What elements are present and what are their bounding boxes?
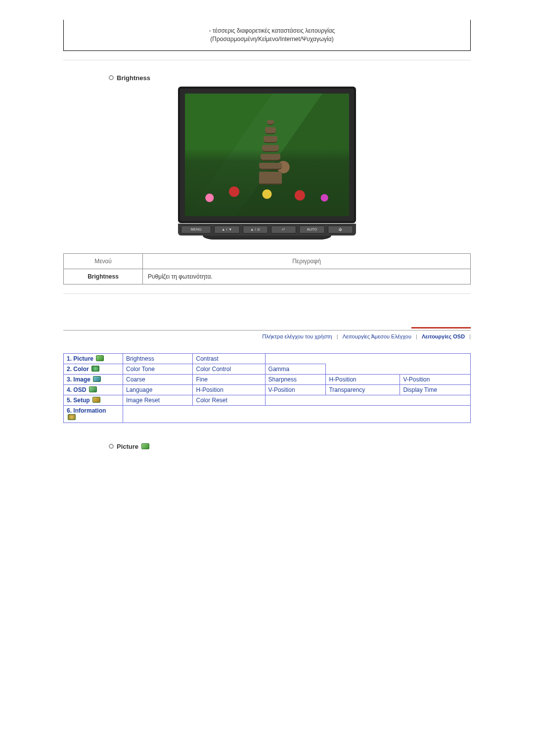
- table-row: 3. Image Coarse Fine Sharpness H-Positio…: [64, 374, 471, 384]
- row-picture[interactable]: 1. Picture: [64, 353, 123, 364]
- link-color-reset[interactable]: Color Reset: [193, 395, 265, 405]
- monitor-btn-updown[interactable]: ▲ / ▼: [214, 226, 239, 234]
- active-tab-underline: [411, 327, 471, 329]
- link-coarse[interactable]: Coarse: [123, 374, 193, 384]
- row-information-label[interactable]: 6. Information: [67, 407, 106, 414]
- row-setup[interactable]: 5. Setup: [64, 395, 123, 405]
- row-image-label[interactable]: 3. Image: [67, 376, 90, 383]
- monitor-btn-auto[interactable]: AUTO: [299, 226, 324, 234]
- monitor-btn-up-enter[interactable]: ▲ / ⊙: [243, 226, 268, 234]
- picture-title: Picture: [117, 443, 138, 450]
- monitor-preview: MENU ▲ / ▼ ▲ / ⊙ ⏎ AUTO ⏻: [63, 87, 471, 239]
- link-contrast[interactable]: Contrast: [193, 353, 265, 364]
- osd-icon: [89, 386, 97, 392]
- link-sharpness[interactable]: Sharpness: [265, 374, 326, 384]
- bullet-icon: [109, 75, 114, 80]
- tab-direct-functions[interactable]: Λειτουργίες Άμεσου Ελέγχου: [340, 333, 414, 339]
- row-picture-label[interactable]: 1. Picture: [67, 355, 93, 362]
- picture-icon: [96, 355, 104, 361]
- link-brightness[interactable]: Brightness: [123, 353, 193, 364]
- top-line-1: - τέσσερις διαφορετικές καταστάσεις λειτ…: [209, 27, 335, 34]
- tab-separator: |: [416, 333, 417, 339]
- pagoda-icon: [259, 120, 282, 187]
- bullet-icon: [109, 444, 114, 449]
- table-row: 5. Setup Image Reset Color Reset: [64, 395, 471, 405]
- top-line-2: (Προσαρμοσμένη/Κείμενο/Internet/Ψυχαγωγί…: [210, 36, 333, 43]
- link-image-reset[interactable]: Image Reset: [123, 395, 193, 405]
- monitor-btn-power[interactable]: ⏻: [328, 226, 353, 234]
- row-osd[interactable]: 4. OSD: [64, 384, 123, 395]
- monitor-button-row: MENU ▲ / ▼ ▲ / ⊙ ⏎ AUTO ⏻: [178, 224, 356, 236]
- row-osd-label[interactable]: 4. OSD: [67, 386, 86, 393]
- tab-user-controls[interactable]: Πλήκτρα ελέγχου του χρήστη: [259, 333, 335, 339]
- monitor-btn-menu[interactable]: MENU: [181, 226, 211, 234]
- monitor-base: [203, 236, 331, 239]
- tab-separator: |: [337, 333, 338, 339]
- link-display-time[interactable]: Display Time: [400, 384, 471, 395]
- top-info-box: - τέσσερις διαφορετικές καταστάσεις λειτ…: [63, 20, 471, 51]
- link-language[interactable]: Language: [123, 384, 193, 395]
- osd-menu-table: 1. Picture Brightness Contrast 2. Color …: [63, 353, 471, 423]
- brightness-row-name: Brightness: [64, 269, 143, 284]
- picture-icon: [141, 443, 149, 449]
- divider: [63, 293, 471, 294]
- tab-osd-functions[interactable]: Λειτουργίες OSD: [419, 333, 468, 339]
- link-v-position[interactable]: V-Position: [400, 374, 471, 384]
- color-icon: [91, 366, 99, 372]
- image-icon: [93, 376, 101, 382]
- nav-tabs: Πλήκτρα ελέγχου του χρήστη | Λειτουργίες…: [63, 329, 471, 339]
- brightness-description-table: Μενού Περιγραφή Brightness Ρυθμίζει τη φ…: [63, 253, 471, 284]
- link-gamma[interactable]: Gamma: [265, 364, 326, 374]
- brightness-row-desc: Ρυθμίζει τη φωτεινότητα.: [143, 269, 471, 284]
- table-row: 1. Picture Brightness Contrast: [64, 353, 471, 364]
- row-color[interactable]: 2. Color: [64, 364, 123, 374]
- link-color-tone[interactable]: Color Tone: [123, 364, 193, 374]
- link-transparency[interactable]: Transparency: [326, 384, 400, 395]
- empty-cell: [326, 364, 471, 374]
- row-information[interactable]: 6. Information: [64, 405, 123, 423]
- info-icon: [68, 414, 76, 420]
- brightness-heading: Brightness: [109, 74, 471, 82]
- empty-cell: [123, 405, 471, 423]
- picture-heading: Picture: [109, 443, 471, 450]
- link-v-position-osd[interactable]: V-Position: [265, 384, 326, 395]
- monitor-screen-image: [185, 94, 349, 216]
- brightness-title: Brightness: [117, 74, 150, 82]
- row-color-label[interactable]: 2. Color: [67, 366, 89, 373]
- link-color-control[interactable]: Color Control: [193, 364, 265, 374]
- setup-icon: [92, 397, 100, 403]
- table-row: 6. Information: [64, 405, 471, 423]
- row-image[interactable]: 3. Image: [64, 374, 123, 384]
- row-setup-label[interactable]: 5. Setup: [67, 397, 90, 404]
- table-row: 4. OSD Language H-Position V-Position Tr…: [64, 384, 471, 395]
- empty-cell: [265, 353, 470, 364]
- link-h-position-osd[interactable]: H-Position: [193, 384, 265, 395]
- link-fine[interactable]: Fine: [193, 374, 265, 384]
- col-menu-header: Μενού: [64, 253, 143, 269]
- monitor-btn-enter[interactable]: ⏎: [271, 226, 296, 234]
- monitor-bezel: [178, 87, 356, 223]
- tab-separator: |: [469, 333, 471, 339]
- col-desc-header: Περιγραφή: [143, 253, 471, 269]
- empty-cell: [265, 395, 470, 405]
- divider: [63, 60, 471, 60]
- table-row: 2. Color Color Tone Color Control Gamma: [64, 364, 471, 374]
- link-h-position[interactable]: H-Position: [326, 374, 400, 384]
